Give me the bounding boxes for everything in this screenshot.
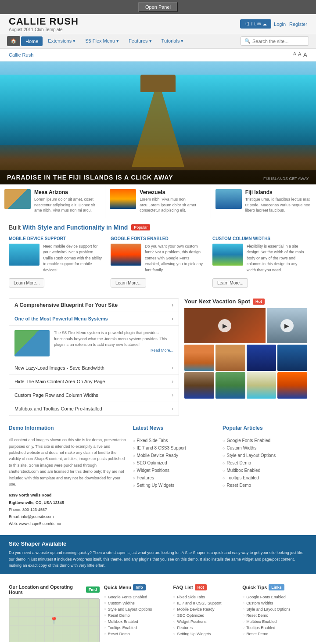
qt-item-2[interactable]: Custom Widths — [242, 600, 307, 606]
faq-item-3[interactable]: Mobile Device Ready — [173, 606, 238, 612]
news-item-4[interactable]: SEO Optimized — [133, 459, 217, 467]
news-item-6[interactable]: Features — [133, 474, 217, 482]
play-button-2[interactable]: ▶ — [280, 319, 294, 332]
qm-item-7[interactable]: Reset Demo — [104, 631, 169, 637]
gallery-img-night[interactable] — [277, 372, 307, 399]
login-link[interactable]: Login — [274, 22, 286, 27]
article-item-7[interactable]: Reset Demo — [223, 482, 307, 489]
quick-tips-widget: Quick Tips Links Google Fonts Enabled Cu… — [242, 584, 307, 644]
hero-thumb-2[interactable]: Venezuela Lorem nibh. Viva mus non arcu.… — [105, 185, 211, 218]
blueprint-item-2[interactable]: Hide The Main Content Area On Any Page › — [9, 375, 179, 389]
search-box[interactable]: 🔍 — [241, 36, 309, 46]
latest-news-col: Latest News Fixed Side Tabs IE 7 and 8 C… — [133, 425, 217, 527]
qm-item-6[interactable]: Tooltips Enabled — [104, 625, 169, 631]
social-button[interactable]: +1 f t ✉ ☁ — [240, 19, 271, 29]
arrow-right-icon-2: › — [172, 316, 173, 322]
read-more-link[interactable]: Read More... — [151, 348, 173, 353]
faq-item-2[interactable]: IE 7 and 8 CSS3 Support — [173, 600, 238, 606]
hero-pier — [132, 79, 184, 167]
news-item-7[interactable]: Setting Up Widgets — [133, 482, 217, 489]
hero-hut — [140, 75, 176, 92]
blueprint-item-3[interactable]: Custom Page Row and Column Widths › — [9, 389, 179, 402]
thumb-title-1: Mesa Arizona — [34, 189, 101, 195]
learn-more-google[interactable]: Learn More... — [111, 278, 146, 288]
gallery-main-image[interactable]: ▶ — [184, 308, 266, 343]
blueprint-item-4[interactable]: Multibox and Tooltips Come Pre-Installed… — [9, 402, 179, 416]
search-input[interactable] — [252, 39, 305, 44]
font-size-large[interactable]: A — [303, 51, 307, 58]
nav-item-tutorials[interactable]: Tutorials ▾ — [157, 36, 188, 46]
font-size-small[interactable]: A — [293, 51, 296, 58]
nav-item-flexmenu[interactable]: S5 Flex Menu ▾ — [81, 36, 123, 46]
site-title: CALLIE RUSH — [9, 16, 79, 27]
rss-icon[interactable]: ☁ — [262, 22, 267, 26]
qt-item-5[interactable]: Multibox Enabled — [242, 619, 307, 625]
blueprint-main-title[interactable]: A Comprehensive Blueprint For Your Site … — [9, 299, 179, 312]
blueprint-active-item[interactable]: One of the Most Powerful Menu Systems › — [9, 312, 179, 326]
blueprint-item-1[interactable]: New Lazy-Load Images - Save Bandwidth › — [9, 361, 179, 375]
gallery-img-darkwater[interactable] — [247, 345, 276, 371]
faq-item-1[interactable]: Fixed Side Tabs — [173, 594, 238, 600]
quick-menu-title: Quick Menu Info — [104, 584, 169, 590]
faq-item-7[interactable]: Setting Up Widgets — [173, 631, 238, 637]
nav-item-home[interactable]: Home — [21, 36, 43, 46]
faq-item-4[interactable]: SEO Optimized — [173, 612, 238, 619]
breadcrumb-link[interactable]: Callie Rush — [9, 52, 33, 58]
demo-info-text: All content and images shown on this sit… — [9, 437, 127, 487]
email-icon[interactable]: ✉ — [257, 22, 261, 26]
nav-item-features[interactable]: Features ▾ — [124, 36, 156, 46]
gallery-img-ocean[interactable] — [277, 345, 307, 371]
qm-item-4[interactable]: Reset Demo — [104, 612, 169, 619]
qm-item-1[interactable]: Google Fonts Enabled — [104, 594, 169, 600]
qt-item-6[interactable]: Tooltips Enabled — [242, 625, 307, 631]
article-item-2[interactable]: Custom Widths — [223, 444, 307, 452]
article-item-3[interactable]: Style and Layout Options — [223, 452, 307, 459]
font-size-medium[interactable]: A — [298, 51, 302, 58]
gallery-img-dock[interactable] — [184, 372, 214, 399]
qt-item-4[interactable]: Reset Demo — [242, 612, 307, 619]
gallery-side-image[interactable]: ▶ — [267, 308, 307, 343]
hero-thumb-1[interactable]: Mesa Arizona Lorem ipsum dolor sit amet,… — [0, 185, 105, 218]
register-link[interactable]: Register — [289, 22, 307, 27]
hero-thumb-3[interactable]: Fiji Islands Tristique urna, id faucibus… — [211, 185, 316, 218]
find-badge[interactable]: Find — [86, 586, 100, 593]
info-badge: Info — [133, 584, 146, 590]
feature-custom: CUSTOM COLUMN WIDTHS Flexibility is esse… — [212, 236, 307, 288]
open-panel-button[interactable]: Open Panel — [138, 2, 178, 12]
faq-item-6[interactable]: Features — [173, 625, 238, 631]
twitter-icon[interactable]: t — [254, 22, 255, 26]
qm-item-3[interactable]: Style and Layout Options — [104, 606, 169, 612]
qm-item-5[interactable]: Multibox Enabled — [104, 619, 169, 625]
gallery-img-umbrella[interactable] — [247, 372, 276, 399]
article-item-6[interactable]: Tooltips Enabled — [223, 474, 307, 482]
qt-item-3[interactable]: Style and Layout Options — [242, 606, 307, 612]
feature-mobile-image — [9, 244, 40, 266]
feature-mobile-text: Need mobile device support for your webs… — [43, 244, 104, 273]
play-button[interactable]: ▶ — [218, 319, 231, 332]
qt-item-7[interactable]: Reset Demo — [242, 631, 307, 637]
gallery-img-palm[interactable] — [184, 345, 214, 371]
nav-item-extensions[interactable]: Extensions ▾ — [43, 36, 80, 46]
gallery-img-desert[interactable] — [215, 345, 245, 371]
news-item-1[interactable]: Fixed Side Tabs — [133, 437, 217, 444]
learn-more-mobile[interactable]: Learn More... — [9, 278, 44, 288]
built-section: Built With Style and Functionality in Mi… — [0, 218, 316, 294]
article-item-1[interactable]: Google Fonts Enabled — [223, 437, 307, 444]
gallery-img-waterfall[interactable] — [215, 372, 245, 399]
qm-item-2[interactable]: Custom Widths — [104, 600, 169, 606]
feature-mobile-title: MOBILE DEVICE SUPPORT — [9, 236, 104, 241]
news-item-3[interactable]: Mobile Device Ready — [133, 452, 217, 459]
address-block: 6399 North Wells Road Bigttownville, CO,… — [9, 492, 127, 527]
article-item-4[interactable]: Reset Demo — [223, 459, 307, 467]
facebook-icon[interactable]: f — [251, 22, 253, 26]
learn-more-custom[interactable]: Learn More... — [212, 278, 248, 288]
nav-home-button[interactable]: 🏠 — [7, 36, 20, 46]
latest-news-list: Fixed Side Tabs IE 7 and 8 CSS3 Support … — [133, 437, 217, 489]
article-item-5[interactable]: Multibox Enabled — [223, 467, 307, 474]
news-item-2[interactable]: IE 7 and 8 CSS3 Support — [133, 444, 217, 452]
faq-item-5[interactable]: Widget Positions — [173, 619, 238, 625]
qt-item-1[interactable]: Google Fonts Enabled — [242, 594, 307, 600]
arrow-right-icon: › — [172, 302, 173, 308]
arrow-icon-3: › — [172, 392, 173, 398]
news-item-5[interactable]: Widget Positions — [133, 467, 217, 474]
